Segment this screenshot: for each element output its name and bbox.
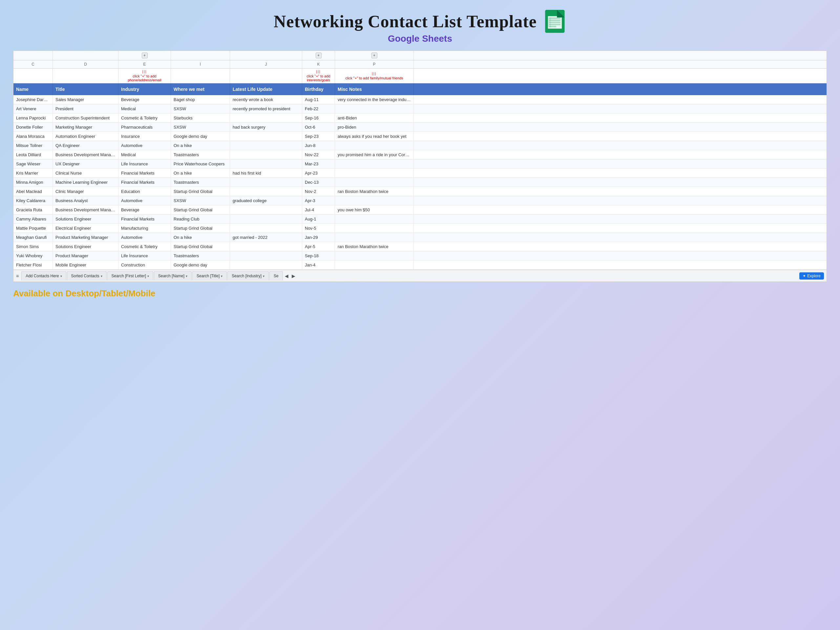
table-cell[interactable]: Solutions Engineer <box>53 242 118 251</box>
table-cell[interactable]: Feb-22 <box>302 104 335 113</box>
table-cell[interactable]: Toastmasters <box>171 150 230 159</box>
table-cell[interactable]: Life Insurance <box>118 159 171 168</box>
col-letter-p[interactable]: P <box>335 60 414 68</box>
tab-search-name[interactable]: Search [Name] ▾ <box>154 272 192 281</box>
table-cell[interactable]: SXSW <box>171 104 230 113</box>
table-cell[interactable]: Machine Learning Engineer <box>53 178 118 187</box>
tab-sorted-contacts[interactable]: Sorted Contacts ▾ <box>67 272 107 281</box>
table-cell[interactable]: Aug-11 <box>302 95 335 104</box>
table-cell[interactable]: Toastmasters <box>171 251 230 260</box>
table-cell[interactable]: Medical <box>118 150 171 159</box>
col-letter-e[interactable]: E <box>118 60 171 68</box>
table-cell[interactable]: Startup Grind Global <box>171 187 230 196</box>
table-cell[interactable]: Apr-23 <box>302 169 335 177</box>
table-cell[interactable] <box>230 132 302 141</box>
table-cell[interactable]: Apr-3 <box>302 196 335 205</box>
table-cell[interactable]: Nov-22 <box>302 150 335 159</box>
table-cell[interactable]: always asks if you read her book yet <box>335 132 414 141</box>
table-cell[interactable]: Sage Wieser <box>13 159 53 168</box>
table-cell[interactable] <box>230 261 302 269</box>
table-cell[interactable]: Toastmasters <box>171 178 230 187</box>
table-cell[interactable]: had back surgery <box>230 123 302 131</box>
table-cell[interactable] <box>335 261 414 269</box>
table-cell[interactable] <box>230 215 302 223</box>
table-cell[interactable]: Electrical Engineer <box>53 224 118 233</box>
table-cell[interactable]: Startup Grind Global <box>171 242 230 251</box>
table-cell[interactable]: Sep-16 <box>302 114 335 122</box>
table-cell[interactable]: Automotive <box>118 233 171 242</box>
table-cell[interactable]: Financial Markets <box>118 215 171 223</box>
add-column-e-button[interactable]: + <box>142 52 148 58</box>
table-cell[interactable]: Aug-1 <box>302 215 335 223</box>
table-cell[interactable]: Sep-18 <box>302 251 335 260</box>
table-cell[interactable] <box>335 196 414 205</box>
table-cell[interactable]: On a hike <box>171 141 230 150</box>
table-cell[interactable]: Nov-5 <box>302 224 335 233</box>
table-cell[interactable]: Automotive <box>118 141 171 150</box>
table-cell[interactable]: QA Engineer <box>53 141 118 150</box>
tab-add-contacts[interactable]: Add Contacts Here ▾ <box>21 272 66 281</box>
table-cell[interactable]: had his first kid <box>230 169 302 177</box>
table-cell[interactable]: Price Waterhouse Coopers <box>171 159 230 168</box>
table-cell[interactable]: Josephine Darakjy <box>13 95 53 104</box>
table-cell[interactable]: Kris Marrier <box>13 169 53 177</box>
table-cell[interactable]: Reading Club <box>171 215 230 223</box>
table-cell[interactable]: Cosmetic & Toiletry <box>118 242 171 251</box>
table-cell[interactable] <box>335 178 414 187</box>
table-cell[interactable]: Yuki Whobrey <box>13 251 53 260</box>
tab-search-letter[interactable]: Search [First Letter] ▾ <box>107 272 153 281</box>
table-cell[interactable]: Sep-23 <box>302 132 335 141</box>
table-cell[interactable]: Kiley Caldarera <box>13 196 53 205</box>
table-cell[interactable]: Automation Engineer <box>53 132 118 141</box>
table-cell[interactable]: Insurance <box>118 132 171 141</box>
table-cell[interactable] <box>335 233 414 242</box>
table-cell[interactable]: anti-Biden <box>335 114 414 122</box>
table-cell[interactable]: recently wrote a book <box>230 95 302 104</box>
table-cell[interactable]: very connected in the beverage industry <box>335 95 414 104</box>
table-cell[interactable]: graduated college <box>230 196 302 205</box>
table-cell[interactable]: Apr-5 <box>302 242 335 251</box>
tab-se[interactable]: Se <box>269 272 283 281</box>
table-cell[interactable]: Alana Morasca <box>13 132 53 141</box>
table-cell[interactable]: Jul-4 <box>302 205 335 214</box>
table-cell[interactable] <box>230 205 302 214</box>
table-cell[interactable]: Education <box>118 187 171 196</box>
add-column-p-button[interactable]: + <box>371 52 377 58</box>
table-cell[interactable]: you owe him $50 <box>335 205 414 214</box>
table-cell[interactable]: Graciela Ruta <box>13 205 53 214</box>
table-cell[interactable]: Business Development Manager <box>53 150 118 159</box>
table-cell[interactable] <box>335 141 414 150</box>
table-cell[interactable]: pro-Biden <box>335 123 414 131</box>
table-cell[interactable]: Jan-29 <box>302 233 335 242</box>
table-cell[interactable] <box>335 224 414 233</box>
table-cell[interactable]: Art Venere <box>13 104 53 113</box>
col-letter-j[interactable]: J <box>230 60 302 68</box>
table-cell[interactable] <box>230 150 302 159</box>
tab-search-title[interactable]: Search [Title] ▾ <box>192 272 227 281</box>
table-cell[interactable]: Cosmetic & Toiletry <box>118 114 171 122</box>
table-cell[interactable]: Medical <box>118 104 171 113</box>
table-cell[interactable]: Product Marketing Manager <box>53 233 118 242</box>
tab-search-industry[interactable]: Search [Industry] ▾ <box>227 272 269 281</box>
table-cell[interactable]: you promised him a ride in your Corvette <box>335 150 414 159</box>
table-cell[interactable]: Donette Foller <box>13 123 53 131</box>
table-cell[interactable] <box>230 114 302 122</box>
table-cell[interactable] <box>230 178 302 187</box>
table-cell[interactable]: SXSW <box>171 196 230 205</box>
add-cell-p[interactable]: + <box>335 51 414 60</box>
table-cell[interactable]: Product Manager <box>53 251 118 260</box>
table-cell[interactable]: UX Designer <box>53 159 118 168</box>
tab-nav-right[interactable]: ▶ <box>291 273 297 279</box>
table-cell[interactable] <box>230 251 302 260</box>
table-cell[interactable]: Business Development Manager <box>53 205 118 214</box>
add-cell-k[interactable]: + <box>302 51 335 60</box>
table-cell[interactable] <box>230 141 302 150</box>
add-cell-e[interactable]: + <box>118 51 171 60</box>
table-cell[interactable]: ran Boston Marathon twice <box>335 242 414 251</box>
table-cell[interactable]: SXSW <box>171 123 230 131</box>
table-cell[interactable]: Business Analyst <box>53 196 118 205</box>
table-cell[interactable]: Meaghan Garufi <box>13 233 53 242</box>
table-cell[interactable]: Fletcher Flosi <box>13 261 53 269</box>
table-cell[interactable]: Google demo day <box>171 132 230 141</box>
hamburger-icon[interactable]: ≡ <box>16 273 19 279</box>
